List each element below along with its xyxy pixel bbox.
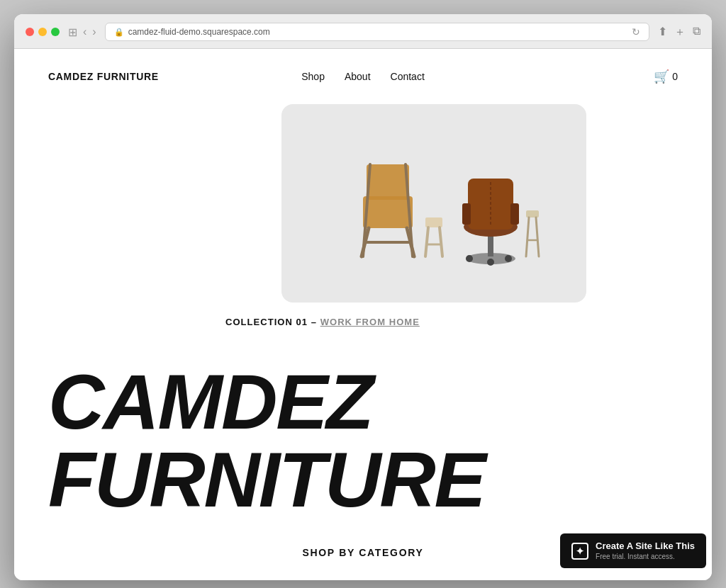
page: CAMDEZ FURNITURE Shop About Contact 🛒 0: [14, 49, 712, 580]
svg-point-13: [466, 255, 473, 262]
chairs-illustration: [320, 125, 547, 281]
collection-section: COLLECTION 01 – WORK FROM HOME: [14, 104, 712, 341]
svg-rect-0: [363, 196, 413, 228]
browser-chrome: ⊞ ‹ › 🔒 camdez-fluid-demo.squarespace.co…: [14, 14, 712, 49]
cart-count: 0: [672, 71, 678, 82]
reload-icon[interactable]: ↻: [632, 26, 640, 38]
site-logo: CAMDEZ FURNITURE: [48, 71, 159, 82]
squarespace-badge[interactable]: ✦ Create A Site Like This Free trial. In…: [560, 533, 706, 568]
address-bar[interactable]: 🔒 camdez-fluid-demo.squarespace.com ↻: [105, 23, 649, 41]
new-tab-icon[interactable]: ＋: [674, 25, 686, 40]
nav-item-about[interactable]: About: [345, 71, 371, 82]
nav-item-contact[interactable]: Contact: [391, 71, 425, 82]
back-icon[interactable]: ‹: [83, 26, 86, 38]
svg-line-23: [536, 217, 539, 256]
traffic-lights: [26, 28, 60, 36]
site-nav: Shop About Contact: [301, 71, 425, 82]
svg-point-15: [505, 255, 512, 262]
svg-line-9: [440, 227, 442, 256]
maximize-button[interactable]: [51, 28, 60, 36]
sq-badge-text: Create A Site Like This Free trial. Inst…: [596, 541, 695, 561]
svg-line-8: [425, 227, 428, 256]
svg-rect-19: [462, 203, 471, 225]
svg-rect-20: [510, 203, 519, 225]
cart-icon: 🛒: [654, 69, 669, 84]
cart-area[interactable]: 🛒 0: [654, 69, 678, 84]
site-header: CAMDEZ FURNITURE Shop About Contact 🛒 0: [14, 49, 712, 104]
close-button[interactable]: [26, 28, 34, 36]
squarespace-logo-icon: ✦: [571, 543, 588, 560]
lock-icon: 🔒: [114, 28, 124, 37]
sidebar-toggle-icon[interactable]: ⊞: [68, 26, 77, 39]
tab-overview-icon[interactable]: ⧉: [693, 25, 700, 40]
browser-actions: ⬆ ＋ ⧉: [658, 25, 700, 40]
nav-item-shop[interactable]: Shop: [301, 71, 325, 82]
browser-window: ⊞ ‹ › 🔒 camdez-fluid-demo.squarespace.co…: [14, 14, 712, 580]
browser-controls: ⊞ ‹ ›: [68, 26, 96, 39]
brand-big-text: CAMDEZ FURNITURE: [14, 341, 712, 526]
svg-point-14: [487, 259, 494, 266]
svg-rect-7: [425, 217, 442, 227]
svg-rect-21: [526, 210, 539, 217]
share-icon[interactable]: ⬆: [658, 25, 667, 40]
svg-line-22: [526, 217, 529, 256]
collection-image: [281, 104, 586, 303]
collection-link[interactable]: WORK FROM HOME: [320, 317, 420, 327]
minimize-button[interactable]: [38, 28, 47, 36]
svg-rect-1: [367, 164, 409, 200]
forward-icon[interactable]: ›: [92, 26, 96, 38]
collection-label: COLLECTION 01 – WORK FROM HOME: [225, 317, 420, 327]
url-text: camdez-fluid-demo.squarespace.com: [128, 27, 270, 37]
